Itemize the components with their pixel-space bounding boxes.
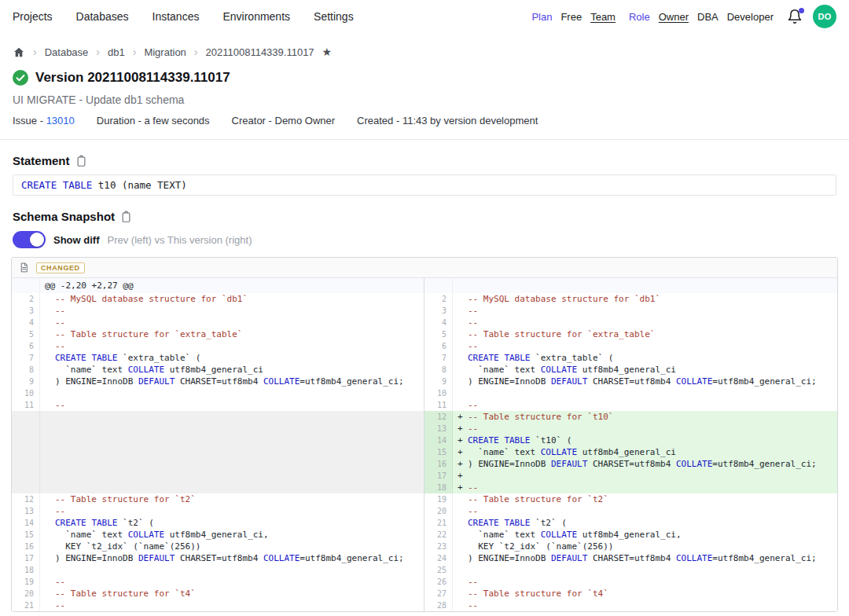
diff-row: 20 -- Table structure for `t4`: [12, 588, 424, 600]
diff-row: [12, 434, 424, 446]
show-diff-hint: Prev (left) vs This version (right): [108, 234, 252, 246]
top-nav: Projects Databases Instances Environment…: [0, 0, 849, 33]
line-number-gutter: [12, 278, 40, 293]
version-subtitle: UI MIGRATE - Update db1 schema: [0, 86, 849, 106]
diff-row: 5 -- Table structure for `extra_table`: [424, 328, 837, 340]
nav-settings[interactable]: Settings: [314, 10, 354, 23]
diff-row: 15 `name` text COLLATE utf8mb4_general_c…: [12, 529, 424, 541]
main-menu: Projects Databases Instances Environment…: [13, 10, 354, 23]
snapshot-heading: Schema Snapshot: [13, 210, 115, 223]
diff-row: 5 -- Table structure for `extra_table`: [12, 328, 424, 340]
version-meta: Issue - 13010 Duration - a few seconds C…: [0, 106, 849, 126]
breadcrumb-separator: ›: [33, 46, 37, 58]
nav-instances[interactable]: Instances: [153, 10, 200, 23]
breadcrumb-migration[interactable]: Migration: [144, 46, 186, 58]
issue-link[interactable]: 13010: [46, 115, 75, 126]
role-dba-link[interactable]: DBA: [697, 11, 719, 23]
changed-status-badge: CHANGED: [36, 262, 85, 273]
diff-row: [12, 411, 424, 423]
diff-row: 11 --: [12, 399, 424, 411]
diff-row: 25: [424, 564, 837, 576]
diff-row: 9 ) ENGINE=InnoDB DEFAULT CHARSET=utf8mb…: [424, 376, 837, 387]
breadcrumb-database[interactable]: Database: [45, 46, 89, 58]
role-label: Role: [629, 11, 650, 23]
breadcrumb: › Database › db1 › Migration › 202110081…: [0, 33, 849, 58]
diff-row: [12, 470, 424, 482]
success-check-icon: [13, 70, 28, 86]
diff-row: 6 --: [12, 340, 424, 352]
diff-row: [12, 458, 424, 470]
line-number-gutter: [424, 278, 453, 293]
diff-row: 18: [12, 564, 424, 576]
star-icon[interactable]: ★: [322, 46, 333, 57]
snapshot-section-header: Schema Snapshot: [0, 196, 849, 223]
diff-row: 13 --: [12, 505, 424, 517]
diff-hunk-row: [424, 278, 837, 293]
diff-row: 11 --: [424, 399, 837, 411]
home-icon[interactable]: [13, 46, 25, 58]
diff-row: 26 --: [424, 576, 837, 588]
diff-row: 17 ) ENGINE=InnoDB DEFAULT CHARSET=utf8m…: [12, 552, 424, 564]
plan-team-link[interactable]: Team: [590, 11, 616, 23]
nav-projects[interactable]: Projects: [13, 10, 53, 23]
diff-row: 16+) ENGINE=InnoDB DEFAULT CHARSET=utf8m…: [424, 458, 837, 470]
notification-bell-icon[interactable]: [787, 8, 804, 25]
diff-row: 10: [424, 387, 837, 399]
diff-row: 9 ) ENGINE=InnoDB DEFAULT CHARSET=utf8mb…: [12, 376, 424, 387]
account-bar: Plan Free Team Role Owner DBA Developer …: [531, 5, 836, 28]
sql-keyword: CREATE TABLE: [21, 179, 92, 191]
diff-row: 4 --: [12, 317, 424, 328]
version-header: Version 20211008114339.11017: [0, 58, 849, 86]
diff-toggle-row: Show diff Prev (left) vs This version (r…: [13, 231, 836, 248]
sql-rest: t10 (name TEXT): [92, 179, 186, 191]
diff-row: 7 CREATE TABLE `extra_table` (: [424, 352, 837, 364]
file-icon: [19, 262, 29, 273]
issue-label: Issue -: [13, 115, 43, 126]
diff-row: [12, 423, 424, 434]
hunk-header-spacer: [453, 278, 837, 293]
notification-dot: [799, 8, 804, 13]
diff-split-view: @@ -2,20 +2,27 @@ 2 -- MySQL database st…: [12, 278, 837, 611]
diff-row: 21 --: [12, 600, 424, 611]
meta-creator: Creator - Demo Owner: [232, 115, 335, 126]
show-diff-toggle[interactable]: [13, 231, 46, 248]
breadcrumb-db1[interactable]: db1: [108, 46, 125, 58]
diff-row: [12, 446, 424, 458]
statement-section-header: Statement: [0, 140, 849, 167]
role-owner-link[interactable]: Owner: [659, 11, 689, 23]
diff-row: 23 KEY `t2_idx` (`name`(256)): [424, 541, 837, 552]
diff-row: 12 -- Table structure for `t2`: [12, 493, 424, 505]
diff-row: 12+-- Table structure for `t10`: [424, 411, 837, 423]
avatar[interactable]: DO: [813, 5, 836, 28]
nav-environments[interactable]: Environments: [222, 10, 290, 23]
breadcrumb-separator: ›: [194, 46, 198, 58]
diff-row: 22 `name` text COLLATE utf8mb4_general_c…: [424, 529, 837, 541]
breadcrumb-separator: ›: [133, 46, 137, 58]
plan-current[interactable]: Free: [560, 11, 582, 23]
plan-label: Plan: [531, 11, 552, 23]
copy-statement-icon[interactable]: [75, 155, 87, 167]
diff-row: 8 `name` text COLLATE utf8mb4_general_ci: [424, 364, 837, 376]
diff-row: [12, 482, 424, 493]
diff-row: 3 --: [424, 305, 837, 317]
diff-row: 14+CREATE TABLE `t10` (: [424, 434, 837, 446]
diff-row: 27 -- Table structure for `t4`: [424, 588, 837, 600]
role-developer-link[interactable]: Developer: [727, 11, 774, 23]
diff-row: 6 --: [424, 340, 837, 352]
meta-issue: Issue - 13010: [13, 115, 75, 126]
breadcrumb-separator: ›: [96, 46, 100, 58]
nav-databases[interactable]: Databases: [76, 10, 129, 23]
diff-row: 10: [12, 387, 424, 399]
diff-rows-current: 2 -- MySQL database structure for `db1`3…: [424, 293, 837, 611]
diff-pane-current: 2 -- MySQL database structure for `db1`3…: [424, 278, 837, 611]
diff-row: 19 --: [12, 576, 424, 588]
copy-snapshot-icon[interactable]: [120, 211, 132, 223]
statement-sql: CREATE TABLE t10 (name TEXT): [13, 174, 836, 196]
diff-row: 4 --: [424, 317, 837, 328]
diff-file-header: CHANGED: [12, 258, 837, 278]
diff-row: 24 ) ENGINE=InnoDB DEFAULT CHARSET=utf8m…: [424, 552, 837, 564]
diff-rows-previous: 2 -- MySQL database structure for `db1`3…: [12, 293, 424, 611]
diff-pane-previous: @@ -2,20 +2,27 @@ 2 -- MySQL database st…: [12, 278, 424, 611]
hunk-header: @@ -2,20 +2,27 @@: [40, 278, 424, 293]
meta-created: Created - 11:43 by version development: [357, 115, 538, 126]
